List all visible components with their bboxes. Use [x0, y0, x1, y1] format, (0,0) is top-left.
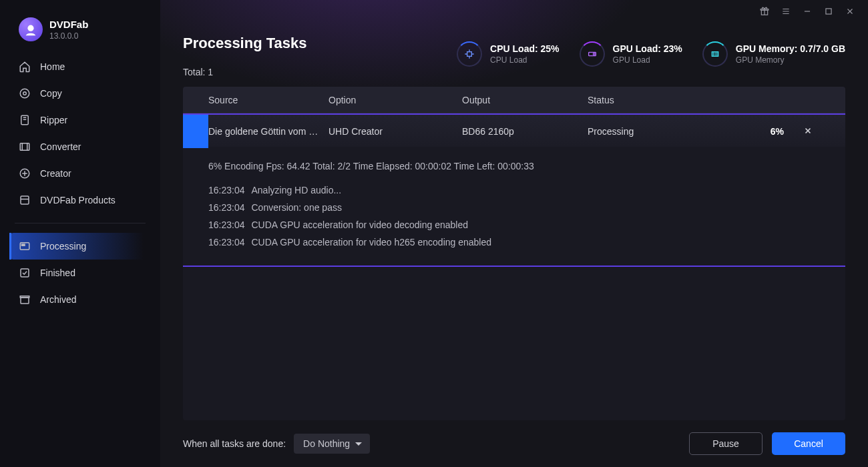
- window-titlebar: [160, 0, 868, 23]
- sidebar-item-label: Ripper: [40, 115, 67, 125]
- footer-bar: When all tasks are done: Do Nothing Paus…: [160, 420, 868, 467]
- gpu-load-stat: GPU Load: 23% GPU Load: [580, 41, 682, 67]
- gpu-load-label: GPU Load: [613, 55, 682, 65]
- sidebar-item-processing[interactable]: Processing: [9, 233, 151, 260]
- ripper-icon: [19, 114, 31, 126]
- cpu-ring-icon: [457, 41, 482, 67]
- sidebar-item-converter[interactable]: Converter: [9, 133, 151, 160]
- task-percent: 6%: [748, 126, 788, 137]
- log-line: 16:23:04Analyzing HD audio...: [208, 181, 820, 199]
- gpu-ring-icon: [580, 41, 605, 67]
- task-source: Die goldene Göttin vom …: [208, 126, 329, 137]
- log-line: 16:23:04CUDA GPU acceleration for video …: [208, 216, 820, 234]
- app-logo: DVDFab 13.0.0.0: [9, 17, 151, 41]
- svg-rect-13: [467, 52, 472, 57]
- system-stats: CPU Load: 25% CPU Load GPU Load: 23% GPU…: [457, 41, 845, 67]
- svg-rect-10: [21, 298, 29, 304]
- task-output: BD66 2160p: [462, 126, 588, 137]
- sidebar-item-label: Creator: [40, 168, 71, 179]
- sidebar-item-ripper[interactable]: Ripper: [9, 107, 151, 133]
- cpu-load-label: CPU Load: [490, 55, 559, 65]
- svg-point-15: [593, 53, 595, 55]
- col-status: Status: [588, 95, 748, 105]
- col-option: Option: [329, 95, 462, 105]
- after-tasks-value: Do Nothing: [303, 438, 350, 449]
- svg-point-0: [27, 25, 33, 31]
- menu-icon[interactable]: [781, 7, 791, 16]
- total-count: Total: 1: [183, 67, 306, 77]
- col-source: Source: [208, 95, 329, 105]
- sidebar-item-label: Processing: [40, 241, 86, 252]
- cancel-button[interactable]: Cancel: [772, 432, 845, 455]
- svg-rect-6: [21, 196, 29, 204]
- log-line: 16:23:04CUDA GPU acceleration for video …: [208, 234, 820, 251]
- sidebar-item-home[interactable]: Home: [9, 53, 151, 80]
- close-window-button[interactable]: [845, 7, 855, 16]
- gift-icon[interactable]: [760, 7, 769, 16]
- cpu-load-value: CPU Load: 25%: [490, 43, 559, 54]
- minimize-button[interactable]: [803, 7, 812, 16]
- archived-icon: [19, 294, 31, 306]
- sidebar-item-label: Copy: [40, 88, 62, 99]
- cpu-load-stat: CPU Load: 25% CPU Load: [457, 41, 559, 67]
- maximize-button[interactable]: [824, 7, 833, 16]
- finished-icon: [19, 267, 31, 279]
- sidebar-divider: [15, 223, 146, 223]
- col-output: Output: [462, 95, 588, 105]
- sidebar-item-label: Archived: [40, 294, 76, 305]
- task-active-marker: [183, 115, 208, 148]
- svg-rect-12: [826, 9, 831, 14]
- sidebar: DVDFab 13.0.0.0 Home Copy Ripper Convert…: [0, 0, 160, 467]
- task-log: 6% Encoding Fps: 64.42 Total: 2/2 Time E…: [183, 147, 845, 267]
- sidebar-item-products[interactable]: DVDFab Products: [9, 187, 151, 213]
- converter-icon: [19, 141, 31, 153]
- app-name: DVDFab: [49, 19, 88, 30]
- main-area: Processing Tasks Total: 1 CPU Load: 25% …: [160, 0, 868, 467]
- creator-icon: [19, 167, 31, 179]
- sidebar-item-finished[interactable]: Finished: [9, 260, 151, 286]
- gpu-memory-stat: GPU Memory: 0.7/7.0 GB GPU Memory: [702, 41, 845, 67]
- sidebar-item-label: Finished: [40, 268, 75, 278]
- processing-icon: [19, 240, 31, 252]
- sidebar-item-copy[interactable]: Copy: [9, 80, 151, 107]
- sidebar-item-label: DVDFab Products: [40, 195, 116, 205]
- svg-point-2: [23, 92, 27, 95]
- task-remove-button[interactable]: [788, 126, 828, 137]
- svg-rect-4: [20, 143, 29, 151]
- sidebar-item-archived[interactable]: Archived: [9, 286, 151, 313]
- after-tasks-label: When all tasks are done:: [183, 438, 286, 449]
- tasks-table: Source Option Output Status Die goldene …: [183, 87, 845, 420]
- sidebar-item-label: Home: [40, 61, 65, 72]
- svg-rect-9: [21, 269, 29, 277]
- page-title: Processing Tasks: [183, 35, 306, 52]
- copy-icon: [19, 87, 31, 99]
- gpu-memory-value: GPU Memory: 0.7/7.0 GB: [736, 43, 845, 54]
- progress-line: 6% Encoding Fps: 64.42 Total: 2/2 Time E…: [208, 157, 820, 175]
- logo-icon: [19, 17, 43, 41]
- gpu-memory-label: GPU Memory: [736, 55, 845, 65]
- gpu-load-value: GPU Load: 23%: [613, 43, 682, 54]
- svg-point-1: [20, 89, 29, 98]
- pause-button[interactable]: Pause: [689, 432, 763, 455]
- home-icon: [19, 61, 31, 73]
- app-version: 13.0.0.0: [49, 31, 88, 41]
- task-row[interactable]: Die goldene Göttin vom … UHD Creator BD6…: [183, 113, 845, 147]
- sidebar-item-label: Converter: [40, 141, 81, 152]
- after-tasks-select[interactable]: Do Nothing: [294, 434, 370, 454]
- task-status: Processing: [588, 126, 748, 137]
- table-header-row: Source Option Output Status: [183, 87, 845, 113]
- task-option: UHD Creator: [329, 126, 462, 137]
- memory-ring-icon: [702, 41, 728, 67]
- svg-rect-8: [22, 244, 25, 246]
- sidebar-item-creator[interactable]: Creator: [9, 160, 151, 187]
- close-icon: [803, 126, 813, 135]
- log-line: 16:23:04Conversion: one pass: [208, 199, 820, 216]
- products-icon: [19, 194, 31, 206]
